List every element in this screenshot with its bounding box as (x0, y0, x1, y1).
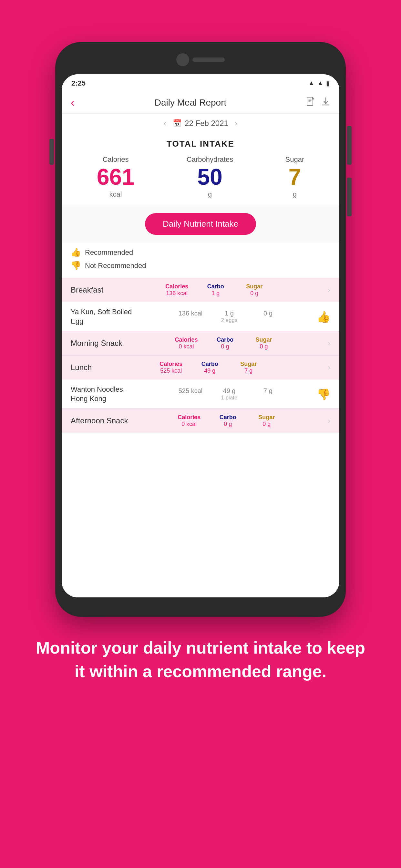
breakfast-cal-val: 136 kcal (166, 290, 188, 297)
status-icons: ▲ ▲ ▮ (308, 80, 330, 87)
lunch-nutrients: Calories 525 kcal Carbo 49 g Sugar 7 g (157, 361, 263, 374)
legend-section: 👍 Recommended 👎 Not Recommended (62, 242, 339, 278)
lunch-sugar-val: 7 g (244, 368, 252, 374)
morning-snack-label: Morning Snack (71, 339, 122, 348)
wifi-icon: ▲ (308, 80, 314, 87)
nutrient-grid: Calories 661 kcal Carbohydrates 50 g Sug… (71, 155, 330, 198)
breakfast-sugar-val: 0 g (250, 290, 258, 297)
breakfast-cal-header: Calories (165, 283, 188, 290)
lunch-cal-header: Calories (159, 361, 182, 368)
notch-area (58, 45, 343, 74)
breakfast-carbo-header: Carbo (207, 283, 224, 290)
bottom-text-section: Monitor your daily nutrient intake to ke… (0, 636, 401, 683)
sugar-nutrient: Sugar 7 g (285, 155, 305, 198)
volume-button-left (50, 139, 54, 165)
morning-snack-cal-col: Calories 0 kcal (172, 337, 201, 350)
breakfast-carbo-col: Carbo 1 g (201, 283, 230, 297)
phone-screen: 2:25 ▲ ▲ ▮ ‹ Daily Meal Report (62, 74, 339, 597)
wanton-sugar-val: 7 g (264, 387, 273, 395)
lunch-label: Lunch (71, 363, 92, 372)
daily-nutrient-intake-button[interactable]: Daily Nutrient Intake (145, 213, 256, 235)
recommended-legend: 👍 Recommended (71, 247, 330, 257)
afternoon-snack-sugar-header: Sugar (258, 414, 275, 421)
breakfast-sugar-col: Sugar 0 g (240, 283, 269, 297)
back-button[interactable]: ‹ (71, 96, 74, 110)
yakun-item-row: Ya Kun, Soft Boiled Egg 136 kcal 1 g 2 e… (62, 302, 339, 331)
lunch-chevron: › (328, 363, 330, 372)
afternoon-snack-carbo-col: Carbo 0 g (213, 414, 243, 428)
morning-snack-sugar-header: Sugar (256, 337, 272, 343)
sugar-value: 7 (288, 166, 301, 188)
calories-label: Calories (103, 155, 129, 164)
lunch-cal-col: Calories 525 kcal (157, 361, 186, 374)
phone-frame: 2:25 ▲ ▲ ▮ ‹ Daily Meal Report (55, 42, 346, 617)
morning-snack-category-row[interactable]: Morning Snack Calories 0 kcal Carbo 0 g … (62, 331, 339, 355)
status-bar: 2:25 ▲ ▲ ▮ (62, 74, 339, 92)
morning-snack-cal-val: 0 kcal (179, 343, 194, 350)
front-camera (176, 53, 189, 66)
calories-unit: kcal (110, 190, 122, 198)
lunch-cal-val: 525 kcal (160, 368, 182, 374)
lunch-sugar-header: Sugar (240, 361, 257, 368)
thumbs-up-icon: 👍 (71, 247, 81, 257)
afternoon-snack-label: Afternoon Snack (71, 416, 128, 425)
calories-value: 661 (97, 166, 135, 188)
afternoon-snack-carbo-header: Carbo (220, 414, 236, 421)
afternoon-snack-chevron: › (328, 416, 330, 425)
lunch-carbo-col: Carbo 49 g (195, 361, 224, 374)
thumbs-down-icon: 👎 (71, 260, 81, 271)
download-icon[interactable] (321, 97, 330, 109)
morning-snack-sugar-val: 0 g (260, 343, 268, 350)
wanton-item-name: Wanton Noodles, Hong Kong (71, 385, 142, 403)
date-text: 22 Feb 2021 (185, 119, 228, 128)
afternoon-snack-cal-header: Calories (178, 414, 201, 421)
date-nav: ‹ 📅 22 Feb 2021 › (62, 114, 339, 133)
signal-icon: ▲ (317, 80, 323, 87)
wanton-cal-val: 525 kcal (179, 387, 203, 395)
breakfast-cal-col: Calories 136 kcal (162, 283, 191, 297)
wanton-carbo-col: 49 g 1 plate (215, 387, 244, 401)
sugar-unit: g (293, 190, 297, 198)
app-header: ‹ Daily Meal Report (62, 92, 339, 114)
recommended-label: Recommended (85, 248, 133, 257)
carbo-nutrient: Carbohydrates 50 g (187, 155, 233, 198)
yakun-sugar-col: 0 g (253, 310, 282, 317)
next-date-button[interactable]: › (235, 119, 237, 128)
morning-snack-sugar-col: Sugar 0 g (249, 337, 278, 350)
morning-snack-carbo-col: Carbo 0 g (211, 337, 240, 350)
dni-button-wrapper: Daily Nutrient Intake (62, 206, 339, 242)
yakun-carbo-col: 1 g 2 eggs (215, 310, 244, 323)
afternoon-snack-cal-col: Calories 0 kcal (175, 414, 204, 428)
lunch-carbo-val: 49 g (204, 368, 215, 374)
yakun-cal-col: 136 kcal (176, 310, 205, 317)
yakun-carbo-sub: 2 eggs (221, 317, 237, 323)
lunch-sugar-col: Sugar 7 g (234, 361, 263, 374)
morning-snack-nutrients: Calories 0 kcal Carbo 0 g Sugar 0 g (172, 337, 278, 350)
header-actions (306, 97, 330, 109)
yakun-item-name: Ya Kun, Soft Boiled Egg (71, 307, 142, 326)
volume-button-right (347, 178, 351, 216)
wanton-sugar-col: 7 g (253, 387, 282, 395)
wanton-carbo-sub: 1 plate (221, 395, 237, 401)
morning-snack-carbo-header: Carbo (217, 337, 234, 343)
sugar-label: Sugar (285, 155, 305, 164)
wanton-nutrients: 525 kcal 49 g 1 plate 7 g (176, 387, 282, 401)
breakfast-label: Breakfast (71, 285, 103, 294)
lunch-category-row[interactable]: Lunch Calories 525 kcal Carbo 49 g Sugar… (62, 355, 339, 379)
document-icon[interactable] (306, 97, 315, 109)
not-recommended-label: Not Recommended (85, 261, 146, 270)
breakfast-chevron: › (328, 285, 330, 294)
breakfast-category-row[interactable]: Breakfast Calories 136 kcal Carbo 1 g Su… (62, 278, 339, 302)
prev-date-button[interactable]: ‹ (164, 119, 166, 128)
afternoon-snack-category-row[interactable]: Afternoon Snack Calories 0 kcal Carbo 0 … (62, 408, 339, 433)
carbo-unit: g (208, 190, 212, 198)
date-display: 📅 22 Feb 2021 (173, 119, 228, 128)
yakun-recommendation-icon: 👍 (317, 310, 330, 323)
calories-nutrient: Calories 661 kcal (97, 155, 135, 198)
morning-snack-cal-header: Calories (175, 337, 198, 343)
wanton-cal-col: 525 kcal (176, 387, 205, 395)
lunch-carbo-header: Carbo (202, 361, 218, 368)
wanton-item-row: Wanton Noodles, Hong Kong 525 kcal 49 g … (62, 379, 339, 408)
status-time: 2:25 (71, 79, 86, 88)
camera-area (176, 53, 225, 66)
